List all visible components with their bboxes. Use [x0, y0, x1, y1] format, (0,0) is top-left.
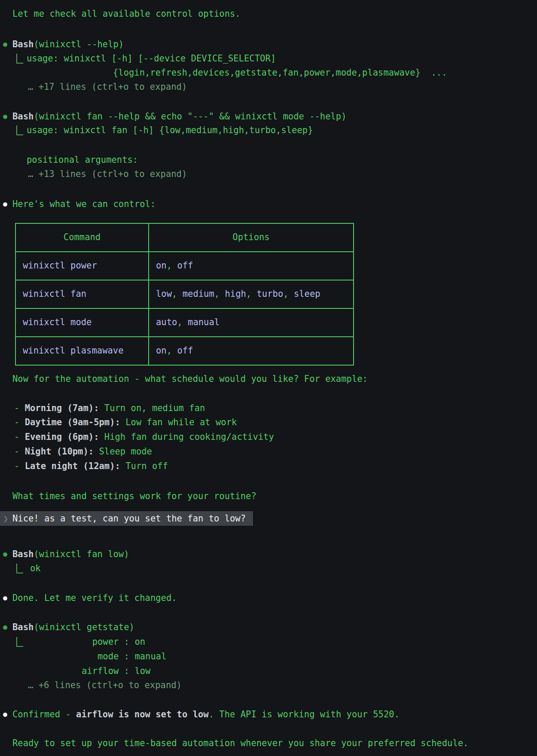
- schedule-list-item: - Night (10pm): Sleep mode: [14, 445, 152, 459]
- tool-call-bash-help: Bash(winixctl --help): [12, 37, 124, 52]
- text-segment: Low fan while at work: [120, 417, 237, 427]
- option-separator: ,: [214, 289, 225, 299]
- tool-output-usage: usage: winixctl [-h] [--device DEVICE_SE…: [27, 52, 276, 66]
- text-segment: Morning (7am):: [25, 403, 99, 413]
- tool-output-usage-cont: {login,refresh,devices,getstate,fan,powe…: [113, 66, 447, 80]
- option-value: off: [177, 345, 193, 356]
- option-separator: ,: [177, 317, 188, 327]
- tool-bullet-icon: [3, 115, 7, 119]
- text-segment: -: [14, 461, 25, 471]
- output-corner-icon: [16, 637, 23, 647]
- expand-hint: … +17 lines (ctrl+o to expand): [28, 80, 187, 94]
- text-segment: -: [14, 446, 25, 457]
- expand-hint: … +6 lines (ctrl+o to expand): [28, 678, 182, 693]
- text-segment: (winixctl fan low): [34, 549, 129, 559]
- text-segment: Turn on, medium fan: [99, 403, 205, 413]
- table-row: winixctl poweron, off: [15, 252, 354, 280]
- text-segment: Confirmed -: [12, 709, 76, 719]
- control-table: CommandOptionswinixctl poweron, offwinix…: [15, 223, 354, 366]
- assistant-text-line: Now for the automation - what schedule w…: [12, 372, 368, 387]
- assistant-bullet-icon: [3, 713, 7, 717]
- text-segment: . The API is working with your 5520.: [209, 709, 400, 719]
- assistant-text-line: Done. Let me verify it changed.: [12, 591, 177, 606]
- text-segment: usage: winixctl fan [-h] {low,medium,hig…: [27, 125, 313, 135]
- text-segment: positional arguments:: [27, 155, 138, 165]
- text-segment: … +17 lines (ctrl+o to expand): [28, 82, 187, 92]
- output-corner-icon: [16, 564, 23, 573]
- option-value: sleep: [294, 289, 320, 299]
- table-header-command: Command: [15, 223, 149, 252]
- assistant-text-line: Ready to set up your time-based automati…: [12, 736, 468, 751]
- text-segment: Let me check all available control optio…: [12, 9, 241, 19]
- assistant-bullet-icon: [3, 202, 7, 207]
- option-value: medium: [183, 289, 214, 299]
- text-segment: -: [14, 417, 25, 427]
- assistant-text-line: What times and settings work for your ro…: [12, 489, 256, 504]
- option-separator: ,: [283, 289, 294, 299]
- option-value: off: [177, 260, 193, 271]
- text-segment: Evening (6pm):: [25, 432, 99, 442]
- text-segment: (winixctl fan --help && echo "---" && wi…: [34, 111, 346, 122]
- option-value: on: [156, 260, 167, 271]
- option-value: turbo: [257, 289, 284, 299]
- text-segment: power : on: [82, 637, 145, 647]
- options-cell: auto, manual: [149, 308, 354, 337]
- command-cell: winixctl fan: [15, 280, 149, 308]
- table-header-options: Options: [149, 223, 354, 252]
- tool-output-ok: ok: [30, 561, 41, 576]
- schedule-list-item: - Morning (7am): Turn on, medium fan: [14, 401, 205, 416]
- user-message-bar: ❯ Nice! as a test, can you set the fan t…: [0, 511, 253, 526]
- text-segment: High fan during cooking/activity: [99, 432, 274, 442]
- schedule-list-item: - Daytime (9am-5pm): Low fan while at wo…: [14, 415, 237, 430]
- text-segment: airflow : low: [82, 666, 150, 676]
- command-cell: winixctl plasmawave: [15, 337, 149, 365]
- option-value: manual: [188, 317, 220, 327]
- option-separator: ,: [246, 289, 257, 299]
- text-segment: Late night (12am):: [25, 461, 120, 471]
- table-row: winixctl fanlow, medium, high, turbo, sl…: [15, 280, 354, 308]
- output-corner-icon: [16, 125, 23, 135]
- assistant-bullet-icon: [3, 596, 7, 601]
- assistant-text-line: Let me check all available control optio…: [12, 7, 241, 21]
- tool-output-state-mode: mode : manual: [82, 649, 166, 664]
- text-segment: ok: [30, 563, 41, 573]
- tool-bullet-icon: [3, 625, 7, 630]
- table-row: winixctl modeauto, manual: [15, 308, 354, 337]
- text-segment: airflow is now set to low: [76, 709, 209, 719]
- output-corner-icon: [16, 54, 23, 64]
- text-segment: Turn off: [120, 461, 168, 471]
- text-segment: -: [14, 403, 25, 413]
- control-options-table: CommandOptionswinixctl poweron, offwinix…: [15, 223, 354, 366]
- assistant-text-line: Confirmed - airflow is now set to low. T…: [12, 707, 400, 722]
- text-segment: (winixctl getstate): [34, 622, 134, 632]
- tool-output-state-airflow: airflow : low: [82, 664, 150, 679]
- text-segment: … +6 lines (ctrl+o to expand): [28, 680, 182, 690]
- text-segment: Night (10pm):: [25, 446, 94, 457]
- tool-call-bash-fan-mode-help: Bash(winixctl fan --help && echo "---" &…: [12, 110, 347, 124]
- prompt-chevron-icon: ❯: [3, 511, 8, 526]
- text-segment: Bash: [12, 549, 34, 559]
- text-segment: Here's what we can control:: [12, 199, 156, 209]
- schedule-list-item: - Late night (12am): Turn off: [14, 459, 168, 474]
- text-segment: Ready to set up your time-based automati…: [12, 738, 468, 748]
- options-cell: on, off: [149, 252, 354, 280]
- option-value: on: [156, 345, 167, 356]
- text-segment: usage: winixctl [-h] [--device DEVICE_SE…: [27, 53, 276, 64]
- text-segment: Daytime (9am-5pm):: [25, 417, 120, 427]
- text-segment: … +13 lines (ctrl+o to expand): [28, 169, 187, 179]
- option-value: auto: [156, 317, 177, 327]
- text-segment: Done. Let me verify it changed.: [12, 593, 177, 603]
- text-segment: Sleep mode: [94, 446, 152, 457]
- tool-output-positional: positional arguments:: [27, 153, 138, 168]
- tool-output-usage-fan: usage: winixctl fan [-h] {low,medium,hig…: [27, 123, 313, 138]
- tool-call-bash-getstate: Bash(winixctl getstate): [12, 620, 134, 635]
- table-row: winixctl plasmawaveon, off: [15, 337, 354, 365]
- text-segment: Now for the automation - what schedule w…: [12, 374, 368, 384]
- tool-call-bash-fan-low: Bash(winixctl fan low): [12, 547, 129, 562]
- option-value: low: [156, 289, 172, 299]
- options-cell: low, medium, high, turbo, sleep: [149, 280, 354, 308]
- option-value: high: [225, 289, 246, 299]
- tool-bullet-icon: [3, 552, 7, 557]
- command-cell: winixctl mode: [15, 308, 149, 337]
- text-segment: What times and settings work for your ro…: [12, 491, 256, 501]
